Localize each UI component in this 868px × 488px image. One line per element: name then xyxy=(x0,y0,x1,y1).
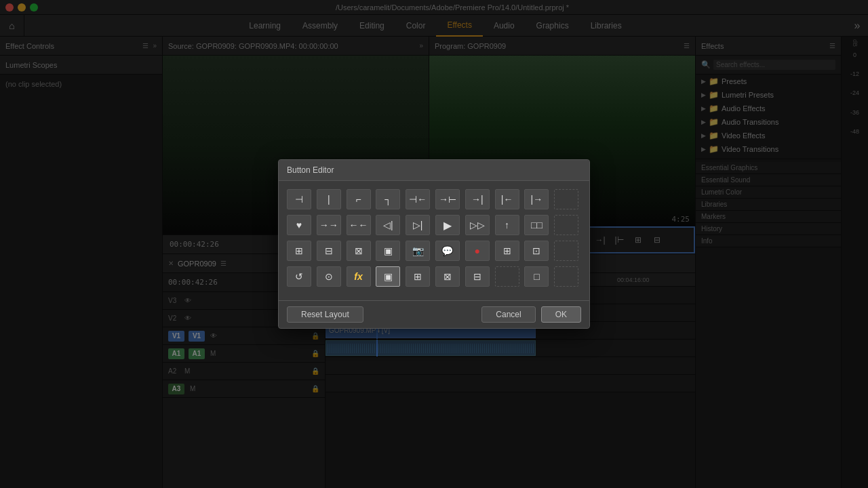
icon-cell-r1-1[interactable]: ⊣ xyxy=(287,189,311,209)
icon-cell-r3-8[interactable]: ⊞ xyxy=(495,241,519,261)
icon-cell-r4-3[interactable]: fx xyxy=(347,266,371,287)
icon-cell-r3-2[interactable]: ⊟ xyxy=(317,241,341,261)
reset-layout-button[interactable]: Reset Layout xyxy=(287,306,363,323)
icon-cell-r4-7[interactable]: ⊟ xyxy=(465,266,490,287)
icon-cell-r4-6[interactable]: ⊠ xyxy=(435,266,460,287)
button-editor-title: Button Editor xyxy=(279,160,589,181)
icon-cell-r3-5[interactable]: 📷 xyxy=(406,241,430,261)
icon-cell-r4-5[interactable]: ⊞ xyxy=(406,266,430,287)
icon-cell-r2-9[interactable]: □□ xyxy=(524,215,549,235)
icon-cell-r4-10[interactable] xyxy=(554,266,578,287)
icon-cell-r1-2[interactable]: | xyxy=(317,189,341,209)
button-editor-body: ⊣ | ⌐ ┐ ⊣← →⊢ →| |← |→ ♥ →→ ←← ◁| ▷| ▶ ▷… xyxy=(279,181,589,300)
icon-cell-r1-5[interactable]: ⊣← xyxy=(406,189,430,209)
icon-cell-r1-4[interactable]: ┐ xyxy=(376,189,400,209)
icon-cell-r1-8[interactable]: |← xyxy=(495,189,519,209)
icon-cell-r4-2[interactable]: ⊙ xyxy=(317,266,341,287)
button-editor-footer: Reset Layout Cancel OK xyxy=(279,300,589,328)
icon-cell-r3-9[interactable]: ⊡ xyxy=(524,241,549,261)
icon-cell-r3-10[interactable] xyxy=(554,241,578,261)
icon-grid-row2: ♥ →→ ←← ◁| ▷| ▶ ▷▷ ↑ □□ xyxy=(287,215,581,235)
icon-cell-r2-4[interactable]: ◁| xyxy=(376,215,400,235)
icon-cell-r2-5[interactable]: ▷| xyxy=(406,215,430,235)
icon-cell-r2-8[interactable]: ↑ xyxy=(495,215,519,235)
icon-cell-r1-6[interactable]: →⊢ xyxy=(435,189,460,209)
icon-cell-r1-3[interactable]: ⌐ xyxy=(347,189,371,209)
icon-cell-r2-2[interactable]: →→ xyxy=(317,215,341,235)
icon-cell-r3-3[interactable]: ⊠ xyxy=(347,241,371,261)
icon-cell-r2-7[interactable]: ▷▷ xyxy=(465,215,490,235)
icon-cell-r2-10[interactable] xyxy=(554,215,578,235)
icon-cell-r3-6[interactable]: 💬 xyxy=(435,241,460,261)
icon-cell-r2-6[interactable]: ▶ xyxy=(435,215,460,235)
icon-cell-r4-9[interactable]: □ xyxy=(524,266,549,287)
icon-cell-r4-1[interactable]: ↺ xyxy=(287,266,311,287)
modal-actions: Cancel OK xyxy=(481,306,581,323)
icon-cell-r3-1[interactable]: ⊞ xyxy=(287,241,311,261)
icon-grid-row4: ↺ ⊙ fx ▣ ⊞ ⊠ ⊟ □ xyxy=(287,266,581,287)
icon-grid-row3: ⊞ ⊟ ⊠ ▣ 📷 💬 ● ⊞ ⊡ xyxy=(287,241,581,261)
cancel-button[interactable]: Cancel xyxy=(481,306,535,323)
icon-cell-r1-9[interactable]: |→ xyxy=(524,189,549,209)
ok-button[interactable]: OK xyxy=(541,306,581,323)
icon-cell-r2-1[interactable]: ♥ xyxy=(287,215,311,235)
icon-cell-r1-10[interactable] xyxy=(554,189,578,209)
icon-cell-r2-3[interactable]: ←← xyxy=(347,215,371,235)
icon-cell-r3-4[interactable]: ▣ xyxy=(376,241,400,261)
icon-cell-r4-4[interactable]: ▣ xyxy=(376,266,400,287)
icon-cell-r1-7[interactable]: →| xyxy=(465,189,490,209)
modal-overlay: Button Editor ⊣ | ⌐ ┐ ⊣← →⊢ →| |← |→ ♥ →… xyxy=(0,0,868,488)
icon-grid-row1: ⊣ | ⌐ ┐ ⊣← →⊢ →| |← |→ xyxy=(287,189,581,209)
icon-cell-r4-8[interactable] xyxy=(495,266,519,287)
button-editor-dialog: Button Editor ⊣ | ⌐ ┐ ⊣← →⊢ →| |← |→ ♥ →… xyxy=(278,159,590,329)
icon-cell-r3-7[interactable]: ● xyxy=(465,241,490,261)
